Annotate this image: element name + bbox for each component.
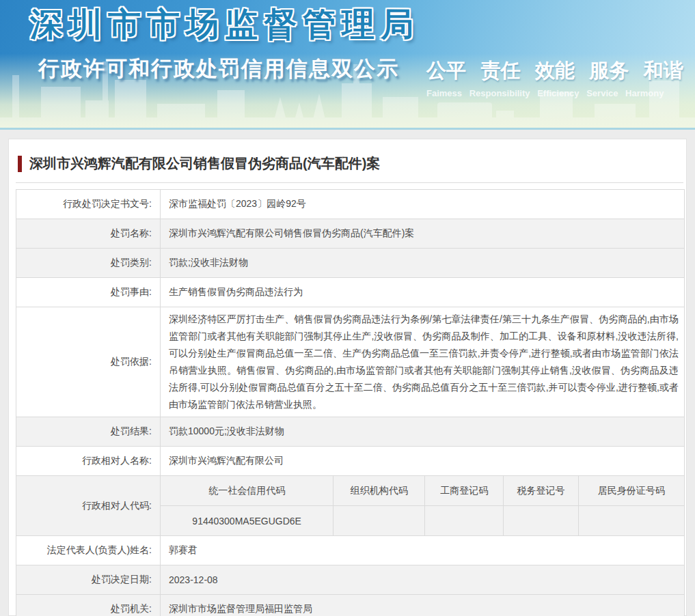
title-divider — [16, 182, 683, 183]
motto-en-row: Faimess Responsibility Efficiency Servic… — [426, 88, 683, 98]
motto-item: 和谐 — [644, 59, 683, 81]
field-row: 行政相对人名称: 深圳市兴鸿辉汽配有限公司 — [16, 447, 685, 476]
code-value — [578, 506, 684, 536]
motto: 公平 责任 效能 服务 和谐 Faimess Responsibility Ef… — [426, 57, 683, 98]
field-label: 处罚类别: — [16, 249, 161, 278]
field-row: 处罚事由: 生产销售假冒伪劣商品违法行为 — [16, 278, 685, 307]
site-banner: 深圳市市场监督管理局 行政许可和行政处罚信用信息双公示 公平 责任 效能 服务 … — [0, 0, 695, 130]
code-value-row: 91440300MA5EGUGD6E — [161, 506, 684, 536]
field-label: 处罚决定日期: — [16, 565, 161, 595]
field-value: 2023-12-08 — [161, 565, 685, 595]
motto-cn-row: 公平 责任 效能 服务 和谐 — [426, 57, 683, 85]
penalty-info-table: 行政处罚决定书文号: 深市监福处罚〔2023〕园岭92号 处罚名称: 深圳市兴鸿… — [16, 189, 685, 616]
field-value: 深圳市市场监督管理局福田监管局 — [161, 595, 685, 616]
code-value: 91440300MA5EGUGD6E — [161, 506, 333, 536]
case-title: 深圳市兴鸿辉汽配有限公司销售假冒伪劣商品(汽车配件)案 — [29, 154, 380, 173]
field-label: 处罚事由: — [16, 278, 161, 307]
code-column-header: 统一社会信用代码 — [161, 476, 333, 506]
field-value: 生产销售假冒伪劣商品违法行为 — [161, 278, 685, 307]
code-value — [425, 506, 504, 536]
field-row: 处罚名称: 深圳市兴鸿辉汽配有限公司销售假冒伪劣商品(汽车配件)案 — [16, 219, 685, 249]
case-title-row: 深圳市兴鸿辉汽配有限公司销售假冒伪劣商品(汽车配件)案 — [9, 139, 686, 173]
field-value: 深市监福处罚〔2023〕园岭92号 — [161, 190, 685, 219]
field-row: 行政处罚决定书文号: 深市监福处罚〔2023〕园岭92号 — [16, 190, 685, 219]
code-column-header: 工商登记码 — [425, 476, 504, 506]
field-row-codes: 行政相对人代码: 统一社会信用代码 组织机构代码 工商登记码 税 — [16, 476, 685, 536]
motto-item: 责任 — [480, 59, 520, 81]
field-row: 法定代表人(负责人)姓名: 郭赛君 — [16, 536, 685, 565]
title-accent-bar — [18, 156, 22, 172]
motto-en-item: Faimess — [426, 88, 462, 98]
field-label: 行政处罚决定书文号: — [16, 190, 161, 219]
motto-item: 公平 — [426, 59, 466, 81]
code-column-header: 组织机构代码 — [333, 476, 425, 506]
code-column-header: 税务登记号 — [504, 476, 579, 506]
field-label: 处罚依据: — [16, 307, 161, 417]
field-value: 深圳经济特区严厉打击生产、销售假冒伪劣商品违法行为条例/第七章法律责任/第三十九… — [161, 307, 685, 417]
motto-item: 服务 — [589, 59, 629, 81]
motto-item: 效能 — [535, 59, 575, 81]
code-header-row: 统一社会信用代码 组织机构代码 工商登记码 税务登记号 居民身份证号码 — [161, 476, 684, 506]
field-label: 行政相对人名称: — [16, 447, 161, 476]
code-column-header: 居民身份证号码 — [578, 476, 684, 506]
agency-title: 深圳市市场监督管理局 — [30, 3, 420, 46]
motto-en-item: Responsibility — [469, 88, 530, 98]
field-label: 处罚机关: — [16, 595, 161, 616]
field-label: 处罚结果: — [16, 417, 161, 447]
field-row: 处罚结果: 罚款10000元;没收非法财物 — [16, 417, 685, 447]
field-row: 处罚决定日期: 2023-12-08 — [16, 565, 685, 595]
field-row: 处罚依据: 深圳经济特区严厉打击生产、销售假冒伪劣商品违法行为条例/第七章法律责… — [16, 307, 685, 417]
field-value: 深圳市兴鸿辉汽配有限公司销售假冒伪劣商品(汽车配件)案 — [161, 219, 685, 249]
code-value — [504, 506, 579, 536]
motto-en-item: Efficiency — [537, 88, 579, 98]
field-label: 法定代表人(负责人)姓名: — [16, 536, 161, 565]
motto-en-item: Service — [586, 88, 618, 98]
field-value: 郭赛君 — [161, 536, 685, 565]
field-value: 罚款;没收非法财物 — [161, 249, 685, 278]
field-label: 处罚名称: — [16, 219, 161, 249]
field-label: 行政相对人代码: — [16, 476, 161, 536]
code-value — [333, 506, 425, 536]
field-value: 罚款10000元;没收非法财物 — [161, 417, 685, 447]
relative-person-code-table: 统一社会信用代码 组织机构代码 工商登记码 税务登记号 居民身份证号码 9144… — [161, 476, 684, 535]
motto-en-item: Harmony — [625, 88, 664, 98]
field-row: 处罚机关: 深圳市市场监督管理局福田监管局 — [16, 595, 685, 616]
banner-subtitle: 行政许可和行政处罚信用信息双公示 — [38, 55, 399, 83]
field-value: 深圳市兴鸿辉汽配有限公司 — [161, 447, 685, 476]
content-card: 深圳市兴鸿辉汽配有限公司销售假冒伪劣商品(汽车配件)案 行政处罚决定书文号: 深… — [8, 139, 687, 616]
field-row: 处罚类别: 罚款;没收非法财物 — [16, 249, 685, 278]
